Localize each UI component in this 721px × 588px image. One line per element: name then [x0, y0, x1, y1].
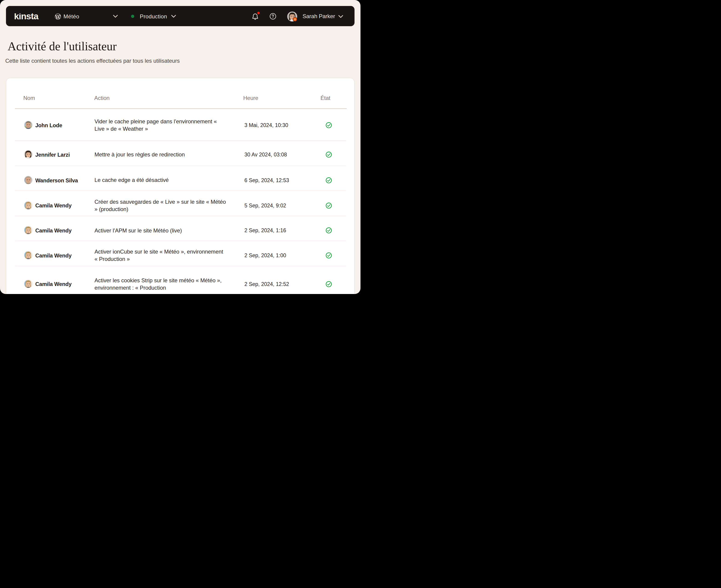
- svg-text:kinsta: kinsta: [14, 13, 39, 21]
